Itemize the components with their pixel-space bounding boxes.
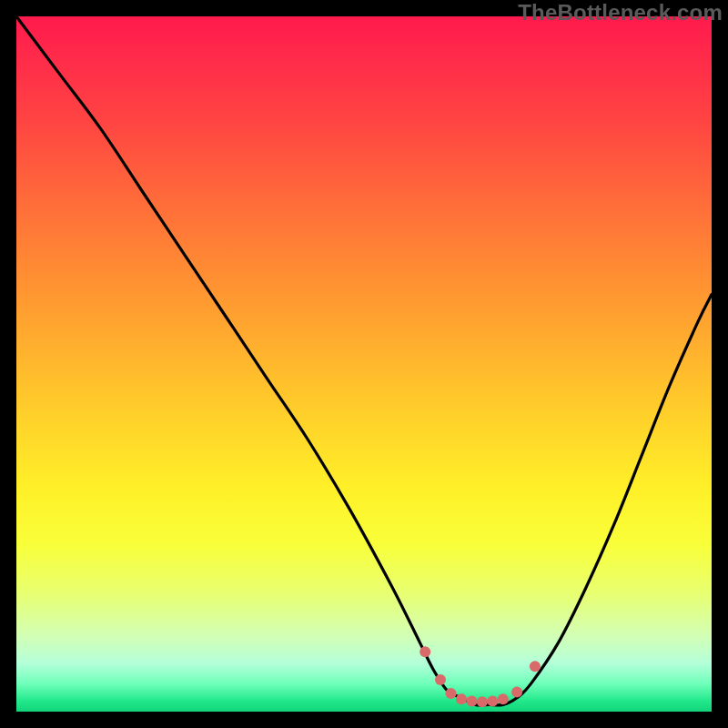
curve-marker	[487, 696, 498, 707]
curve-layer	[16, 16, 712, 712]
curve-marker	[477, 696, 488, 707]
curve-marker	[435, 674, 446, 685]
plot-area	[16, 16, 712, 712]
curve-marker	[446, 688, 457, 699]
chart-frame	[16, 16, 712, 712]
curve-marker	[511, 687, 522, 698]
watermark-text: TheBottleneck.com	[518, 0, 723, 25]
bottleneck-curve	[16, 16, 712, 705]
curve-marker	[530, 661, 541, 672]
curve-marker	[420, 646, 430, 657]
curve-marker	[466, 696, 477, 707]
curve-marker	[498, 693, 509, 704]
curve-marker	[456, 693, 467, 704]
curve-markers	[420, 646, 541, 707]
